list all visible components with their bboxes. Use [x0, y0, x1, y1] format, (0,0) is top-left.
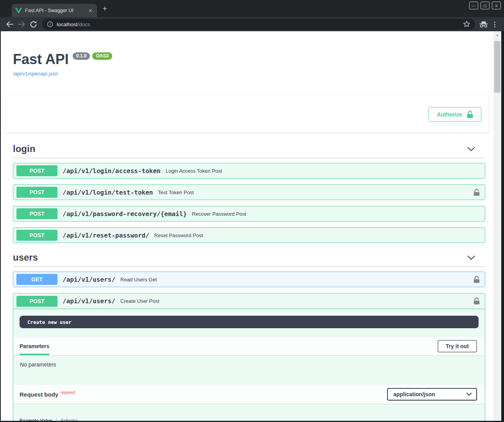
version-badge: 0.1.0 [73, 52, 90, 60]
url-host: localhost [57, 21, 77, 27]
method-badge: POST [16, 165, 57, 176]
required-flag: required [61, 390, 75, 395]
parameters-header: Parameters Try it out [13, 337, 485, 355]
endpoint-row-create-user[interactable]: POST /api/v1/users/ Create User Post [13, 293, 485, 309]
no-parameters-text: No parameters [13, 355, 485, 376]
section-divider [13, 266, 485, 267]
browser-titlebar: Fast API - Swagger UI ✕ + — ▢ ✕ [0, 0, 504, 17]
url-path: /docs [77, 21, 90, 27]
api-info: Fast API 0.1.0 OAS3 /api/v1/openapi.json [13, 52, 485, 77]
endpoint-summary: Read Users Get [120, 277, 157, 283]
window-close-button[interactable]: ✕ [492, 2, 501, 9]
section-users-header[interactable]: users [13, 252, 485, 263]
endpoint-summary: Recover Password Post [192, 211, 246, 217]
bookmark-star-icon[interactable] [461, 19, 472, 30]
incognito-icon [478, 19, 489, 30]
auth-lock-icon[interactable] [474, 189, 480, 196]
forward-button[interactable] [16, 19, 27, 30]
try-it-out-button[interactable]: Try it out [438, 340, 477, 352]
method-badge: GET [16, 274, 57, 285]
method-badge: POST [16, 230, 57, 241]
browser-toolbar: localhost/docs ⋮ [0, 17, 504, 31]
section-divider [13, 158, 485, 158]
endpoint-path: /api/v1/login/access-token [63, 167, 160, 175]
page-scrollbar[interactable]: ▲ [493, 31, 501, 421]
section-title: users [13, 252, 38, 263]
page-title: Fast API 0.1.0 OAS3 [13, 52, 485, 67]
page-viewport: Fast API 0.1.0 OAS3 /api/v1/openapi.json… [1, 31, 501, 421]
tab-title: Fast API - Swagger UI [25, 8, 84, 13]
oas3-badge: OAS3 [92, 52, 112, 60]
model-example-area: Example Value Schema { [13, 404, 485, 421]
window-maximize-button[interactable]: ▢ [481, 2, 490, 9]
parameters-tab[interactable]: Parameters [20, 337, 49, 355]
endpoint-summary: Login Access Token Post [165, 168, 222, 174]
section-login: login POST /api/v1/login/access-token Lo… [13, 143, 485, 243]
media-type-value: application/json [393, 391, 435, 397]
tab-example-value[interactable]: Example Value [20, 418, 52, 421]
endpoint-summary: Reset Password Post [154, 232, 203, 238]
endpoint-row-read-users[interactable]: GET /api/v1/users/ Read Users Get [13, 272, 485, 287]
endpoint-path: /api/v1/reset-password/ [63, 232, 149, 239]
window-minimize-button[interactable]: — [469, 2, 478, 9]
api-title-text: Fast API [13, 52, 69, 67]
address-bar[interactable]: localhost/docs [42, 19, 475, 30]
request-body-header: Request body required application/json [13, 385, 485, 404]
endpoint-path: /api/v1/password-recovery/{email} [63, 210, 187, 218]
scrollbar-thumb[interactable] [494, 41, 500, 93]
endpoint-row-login-test-token[interactable]: POST /api/v1/login/test-token Test Token… [13, 184, 485, 200]
unlock-icon [467, 111, 473, 118]
reload-button[interactable] [27, 19, 39, 30]
browser-tab[interactable]: Fast API - Swagger UI ✕ [12, 4, 97, 17]
tab-separator [56, 418, 57, 421]
endpoint-row-reset-password[interactable]: POST /api/v1/reset-password/ Reset Passw… [13, 227, 485, 243]
new-tab-button[interactable]: + [102, 5, 107, 12]
tab-schema[interactable]: Schema [61, 418, 78, 421]
endpoint-path: /api/v1/users/ [63, 297, 115, 305]
method-badge: POST [16, 208, 57, 219]
request-body-label: Request body [20, 391, 58, 398]
endpoint-summary: Test Token Post [158, 190, 194, 195]
endpoint-row-password-recovery[interactable]: POST /api/v1/password-recovery/{email} R… [13, 206, 485, 222]
chevron-down-icon [466, 393, 472, 396]
endpoint-path: /api/v1/users/ [63, 276, 115, 283]
method-badge: POST [16, 296, 57, 307]
opblock-create-user: POST /api/v1/users/ Create User Post Cre… [13, 293, 485, 421]
chevron-down-icon[interactable] [467, 256, 475, 260]
authorize-button[interactable]: Authorize [429, 107, 481, 122]
scroll-up-icon[interactable]: ▲ [493, 31, 501, 37]
section-login-header[interactable]: login [13, 143, 485, 154]
section-users: users GET /api/v1/users/ Read Users Get [13, 252, 485, 421]
auth-lock-icon[interactable] [474, 297, 480, 305]
browser-menu-icon[interactable]: ⋮ [489, 19, 500, 30]
endpoint-summary: Create User Post [120, 298, 160, 304]
endpoint-row-login-access-token[interactable]: POST /api/v1/login/access-token Login Ac… [13, 163, 485, 179]
auth-lock-icon[interactable] [474, 276, 480, 283]
endpoint-path: /api/v1/login/test-token [63, 189, 153, 196]
section-title: login [13, 143, 35, 154]
scheme-container: Authorize [5, 96, 489, 132]
site-info-icon[interactable] [47, 21, 53, 27]
media-type-select[interactable]: application/json [387, 388, 477, 401]
back-button[interactable] [4, 19, 16, 30]
operation-description: Create new user [20, 316, 479, 328]
method-badge: POST [16, 187, 57, 198]
tab-close-icon[interactable]: ✕ [88, 8, 93, 14]
favicon-vue-icon [15, 8, 22, 14]
openapi-spec-link[interactable]: /api/v1/openapi.json [13, 71, 58, 77]
authorize-label: Authorize [437, 111, 462, 118]
chevron-down-icon[interactable] [467, 147, 475, 151]
